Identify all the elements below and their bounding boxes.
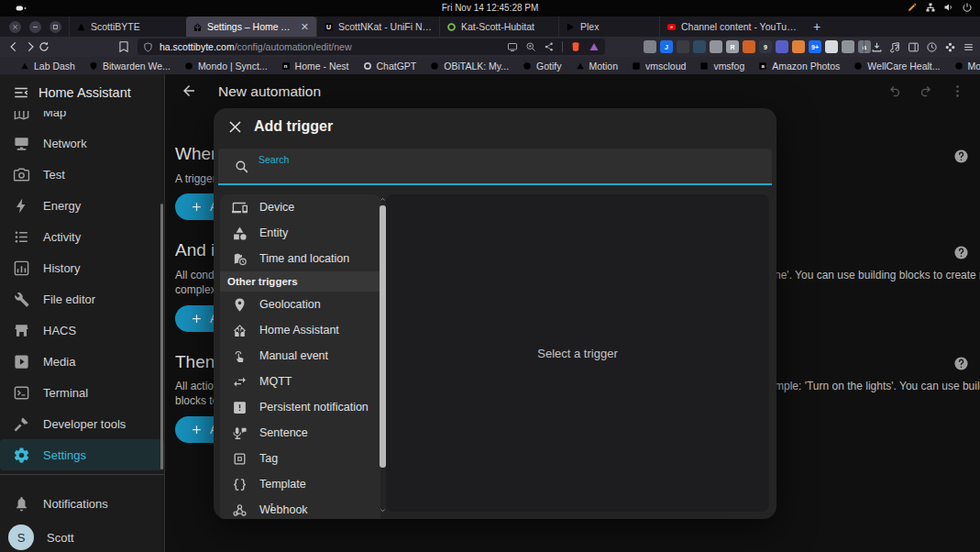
trigger-option-entity[interactable]: Entity (220, 220, 380, 246)
window-minimize-button[interactable] (29, 21, 41, 33)
browser-tab-settings-home-assistant[interactable]: Settings – Home Assistant✕ (186, 17, 316, 37)
music-icon[interactable] (889, 41, 901, 53)
bookmark-wellcare-healt[interactable]: WellCare Healt... (853, 61, 940, 72)
system-clock[interactable]: Fri Nov 14 12:45:28 PM (0, 3, 980, 13)
window-maximize-button[interactable] (50, 21, 61, 33)
extension-icon[interactable] (792, 40, 805, 53)
bookmark-motion[interactable]: Motion (576, 61, 619, 72)
help-icon[interactable] (953, 356, 969, 371)
reload-icon[interactable] (38, 40, 50, 53)
forward-nav-icon[interactable] (24, 40, 37, 53)
trigger-option-sentence[interactable]: Sentence (220, 420, 380, 446)
sidebar-item-file-editor[interactable]: File editor (0, 283, 164, 315)
trigger-option-home-assistant[interactable]: Home Assistant (220, 317, 380, 343)
trigger-option-manual-event[interactable]: Manual event (220, 343, 380, 369)
brave-shield-icon[interactable] (570, 41, 581, 52)
system-tray[interactable] (907, 2, 973, 13)
menu-icon[interactable] (13, 84, 29, 101)
sidebar-item-media[interactable]: Media (0, 346, 164, 377)
bookmark-home-nest[interactable]: nHome - Nest (281, 61, 349, 72)
scrollbar-thumb[interactable] (380, 205, 386, 468)
url-text[interactable]: ha.scottibyte.com/config/automation/edit… (160, 41, 507, 52)
share-icon[interactable] (544, 41, 555, 52)
trigger-option-template[interactable]: Template (220, 471, 380, 497)
power-icon (962, 2, 973, 13)
help-icon[interactable] (953, 149, 969, 164)
extension-icon[interactable]: 9+ (809, 40, 821, 53)
bookmark-vmsfog[interactable]: vmsfog (699, 61, 744, 72)
history-clock-icon[interactable] (926, 41, 938, 53)
extension-icon[interactable] (825, 40, 838, 53)
shield-permissions-icon[interactable] (143, 42, 153, 52)
sidebar-item-notifications[interactable]: Notifications (0, 488, 164, 519)
extension-icon[interactable] (842, 40, 854, 53)
extension-icon[interactable]: J (660, 40, 673, 53)
browser-tab-kat-scott-hubitat[interactable]: Kat-Scott-Hubitat (439, 17, 558, 37)
sidebar-item-hacs[interactable]: HACS (0, 315, 164, 346)
search-field[interactable]: Search (218, 149, 772, 185)
extension-icon[interactable] (743, 40, 755, 53)
back-arrow-icon[interactable] (181, 83, 197, 99)
redo-icon[interactable] (919, 83, 934, 99)
extension-icon[interactable] (693, 40, 706, 53)
bookmark-bitwarden-we[interactable]: Bitwarden We... (89, 61, 171, 72)
browser-tab-channel-content-youtube-s[interactable]: Channel content - YouTube S (659, 17, 804, 37)
extension-icon[interactable]: R (726, 40, 739, 53)
menu-hamburger-icon[interactable] (963, 41, 974, 53)
trigger-option-label: Home Assistant (259, 324, 339, 337)
bookmark-amazon-photos[interactable]: aAmazon Photos (758, 61, 840, 72)
search-input[interactable] (259, 163, 754, 182)
sidebar-item-energy[interactable]: Energy (0, 190, 164, 221)
zoom-page-icon[interactable] (525, 41, 536, 52)
window-close-button[interactable] (9, 21, 21, 33)
bookmark-chatgpt[interactable]: ChatGPT (363, 61, 417, 72)
extension-icon[interactable] (776, 40, 788, 53)
trigger-option-webhook[interactable]: Webhook (220, 497, 380, 519)
sidebar-item-developer-tools[interactable]: Developer tools (0, 408, 164, 439)
browser-tab-plex[interactable]: Plex (558, 17, 659, 37)
bookmark-mondo-synct[interactable]: Mondo | Synct... (184, 61, 268, 72)
sidebar-item-test[interactable]: Test (0, 159, 164, 190)
scroll-up-icon[interactable] (380, 196, 386, 203)
sidebar-scrollbar[interactable] (160, 204, 163, 469)
trigger-option-geolocation[interactable]: Geolocation (220, 292, 380, 317)
sidebar-profile[interactable]: S Scott (0, 522, 164, 552)
back-nav-icon[interactable] (7, 40, 20, 53)
bookmark-lab-dash[interactable]: Lab Dash (20, 61, 75, 72)
new-tab-button[interactable]: + (804, 19, 830, 34)
trigger-option-persistent-notification[interactable]: Persistent notification (220, 394, 380, 420)
triangle-extension-icon[interactable] (589, 41, 600, 52)
bookmark-monocle[interactable]: Monocle (954, 61, 980, 72)
dialog-close-icon[interactable] (226, 118, 244, 136)
trigger-option-time-and-location[interactable]: Time and location (220, 246, 380, 271)
trigger-option-device[interactable]: Device (220, 194, 380, 220)
extension-icon[interactable] (710, 40, 722, 53)
sidebar-item-activity[interactable]: Activity (0, 221, 164, 252)
trigger-option-tag[interactable]: Tag (220, 446, 380, 471)
trigger-option-mqtt[interactable]: MQTT (220, 369, 380, 394)
extension-icon[interactable] (644, 40, 656, 53)
sidebar-item-network[interactable]: Network (0, 127, 164, 159)
bookmark-obitalk-my[interactable]: OBiTALK: My... (430, 61, 509, 72)
kebab-menu-icon[interactable] (950, 83, 965, 99)
undo-icon[interactable] (886, 83, 902, 99)
extension-icon[interactable]: 9 (759, 40, 772, 53)
scroll-down-icon[interactable] (380, 507, 386, 513)
bookmark-gotify[interactable]: Gotify (523, 61, 561, 72)
sidebar-panel-icon[interactable] (908, 41, 919, 53)
downloads-icon[interactable] (871, 41, 883, 53)
url-bar[interactable]: ha.scottibyte.com/config/automation/edit… (138, 39, 605, 55)
themes-icon[interactable] (944, 41, 956, 53)
sidebar-item-settings[interactable]: Settings (0, 439, 164, 470)
sidebar-item-map[interactable]: Map (0, 111, 164, 127)
tab-close-icon[interactable]: ✕ (300, 21, 310, 33)
bookmark-vmscloud[interactable]: vmscloud (632, 61, 686, 72)
sidebar-item-terminal[interactable]: Terminal (0, 377, 164, 408)
help-icon[interactable] (953, 245, 969, 260)
extension-icon[interactable] (677, 40, 689, 53)
screenshot-icon[interactable] (507, 41, 518, 52)
sidebar-item-history[interactable]: History (0, 252, 164, 283)
browser-tab-scottibyte[interactable]: ScottiBYTE (69, 17, 186, 37)
library-icon[interactable] (117, 40, 130, 53)
browser-tab-scottnkat-unifi-network[interactable]: UScottNKat - UniFi Network (316, 17, 439, 37)
